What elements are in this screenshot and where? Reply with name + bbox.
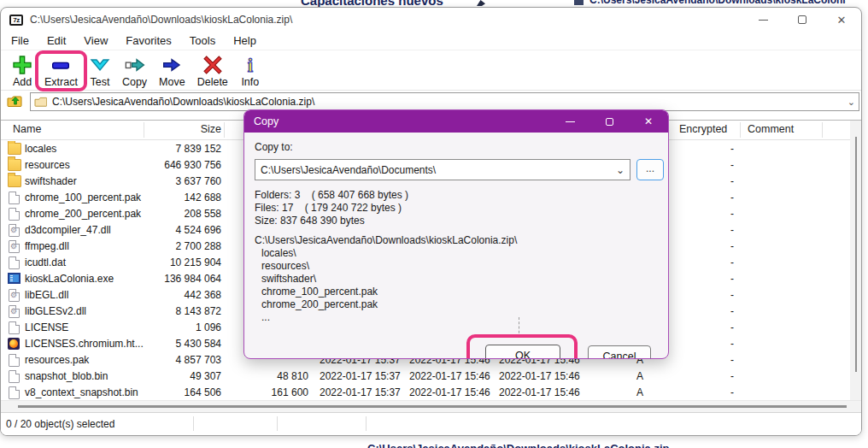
file-name: snapshot_blob.bin: [25, 370, 108, 382]
file-row[interactable]: snapshot_blob.bin 49 307 48 810 2022-01-…: [1, 368, 850, 385]
test-button[interactable]: Test: [84, 53, 116, 90]
menu-view[interactable]: View: [84, 34, 108, 47]
screen: Capacitaciones nuevos C:\Users\JesicaAve…: [0, 0, 868, 448]
file-row[interactable]: v8_context_snapshot.bin 164 506 161 600 …: [1, 385, 850, 401]
file-encrypted: -: [680, 240, 734, 252]
menu-help[interactable]: Help: [233, 34, 256, 47]
file-type-icon: [8, 143, 21, 155]
file-encrypted: -: [680, 273, 734, 285]
maximize-button[interactable]: [783, 8, 822, 32]
file-size: 136 984 064: [144, 273, 221, 285]
window-title: C:\Users\JesicaAvendaño\Downloads\kioskL…: [30, 14, 292, 26]
file-name: resources: [25, 159, 70, 171]
move-button[interactable]: Move: [153, 53, 191, 90]
copy-icon: [125, 55, 145, 75]
file-size: 442 368: [144, 289, 221, 301]
file-name: d3dcompiler_47.dll: [25, 224, 111, 236]
file-encrypted: -: [680, 305, 734, 317]
file-type-icon: [9, 370, 20, 383]
file-modified: 2022-01-17 15:37: [320, 370, 401, 382]
file-name: libGLESv2.dll: [25, 305, 86, 317]
file-name: LICENSE: [25, 321, 68, 333]
file-size: 4 857 703: [144, 354, 221, 366]
menu-file[interactable]: File: [11, 34, 29, 47]
file-type-icon: [9, 240, 20, 253]
file-name: kioskLaColonia.exe: [25, 273, 114, 285]
address-combobox[interactable]: C:\Users\JesicaAvendaño\Downloads\kioskL…: [30, 92, 859, 111]
file-size: 208 558: [144, 208, 221, 220]
file-attributes: A: [625, 386, 655, 398]
file-name: ffmpeg.dll: [25, 240, 69, 252]
copy-dialog-titlebar[interactable]: Copy ✕: [244, 110, 668, 133]
chevron-down-icon[interactable]: ⌄: [616, 164, 625, 176]
column-header-name[interactable]: Name: [13, 123, 41, 135]
file-encrypted: -: [680, 192, 734, 203]
vertical-scrollbar[interactable]: [850, 121, 861, 412]
delete-icon: [202, 55, 223, 75]
file-type-icon: [9, 208, 20, 221]
info-button[interactable]: i Info: [234, 53, 267, 90]
file-size: 3 637 760: [144, 175, 221, 187]
browse-button[interactable]: ...: [636, 159, 664, 180]
file-encrypted: -: [680, 370, 734, 382]
file-packed-size: 48 810: [225, 370, 308, 382]
column-header-size[interactable]: Size: [144, 123, 221, 135]
svg-text:i: i: [248, 55, 253, 75]
file-size: 10 215 904: [144, 256, 221, 268]
selection-status: 0 / 20 object(s) selected: [6, 418, 114, 430]
file-name: swiftshader: [25, 175, 77, 187]
titlebar[interactable]: 7z C:\Users\JesicaAvendaño\Downloads\kio…: [1, 8, 861, 32]
extract-button[interactable]: Extract: [38, 53, 84, 90]
file-accessed: 2022-01-17 15:46: [499, 370, 580, 382]
file-type-icon: [9, 224, 20, 237]
source-paths: C:\Users\JesicaAvendaño\Downloads\kioskL…: [255, 234, 517, 324]
destination-combobox[interactable]: C:\Users\JesicaAvendaño\Documents\ ⌄: [255, 159, 630, 180]
menu-tools[interactable]: Tools: [190, 34, 215, 47]
cancel-button[interactable]: Cancel: [588, 345, 651, 359]
file-created: 2022-01-17 15:46: [409, 370, 490, 382]
source-path-line: C:\Users\JesicaAvendaño\Downloads\kioskL…: [255, 234, 517, 247]
menu-favorites[interactable]: Favorites: [126, 34, 171, 47]
file-packed-size: 161 600: [225, 386, 308, 398]
toolbar-label: Delete: [197, 76, 228, 88]
chevron-down-icon[interactable]: ⌄: [847, 97, 855, 108]
file-type-icon: [8, 273, 21, 284]
file-encrypted: -: [680, 354, 734, 366]
dialog-maximize-button[interactable]: [589, 110, 629, 133]
horizontal-scrollbar[interactable]: [1, 400, 861, 412]
dialog-close-button[interactable]: ✕: [629, 110, 668, 133]
delete-button[interactable]: Delete: [191, 53, 234, 90]
ok-button[interactable]: OK: [485, 345, 560, 359]
source-path-line: swiftshader\: [255, 273, 517, 286]
column-header-encrypted[interactable]: Encrypted: [679, 123, 727, 135]
menu-edit[interactable]: Edit: [47, 34, 66, 47]
menu-bar: FileEditViewFavoritesToolsHelp: [1, 32, 861, 50]
folder-up-icon: [7, 95, 22, 109]
minimize-button[interactable]: [743, 8, 783, 32]
file-size: 5 430 584: [144, 338, 221, 350]
vertical-scrollbar-thumb[interactable]: [855, 137, 857, 372]
horizontal-scrollbar-thumb[interactable]: [18, 405, 847, 408]
file-type-icon: [9, 305, 20, 318]
file-attributes: A: [625, 370, 655, 382]
file-encrypted: -: [680, 321, 734, 333]
file-encrypted: -: [680, 289, 734, 301]
drag-marker: [519, 317, 519, 338]
status-bar: 0 / 20 object(s) selected: [1, 412, 861, 435]
file-encrypted: -: [680, 159, 734, 171]
dialog-minimize-button[interactable]: [550, 110, 589, 133]
toolbar-label: Move: [159, 76, 185, 88]
add-button[interactable]: Add: [6, 53, 38, 90]
close-button[interactable]: ✕: [822, 8, 861, 32]
up-one-level-button[interactable]: [4, 92, 25, 111]
file-name: LICENSES.chromium.ht...: [25, 338, 144, 350]
extract-icon: [50, 55, 71, 75]
toolbar-label: Extract: [44, 76, 78, 88]
column-header-comment[interactable]: Comment: [748, 123, 794, 135]
file-size: 1 096: [144, 321, 221, 333]
file-name: locales: [25, 143, 56, 155]
source-path-line: ...: [255, 311, 517, 324]
file-size: 164 506: [144, 386, 221, 398]
toolbar-label: Add: [13, 76, 32, 88]
copy-button[interactable]: Copy: [116, 53, 153, 90]
